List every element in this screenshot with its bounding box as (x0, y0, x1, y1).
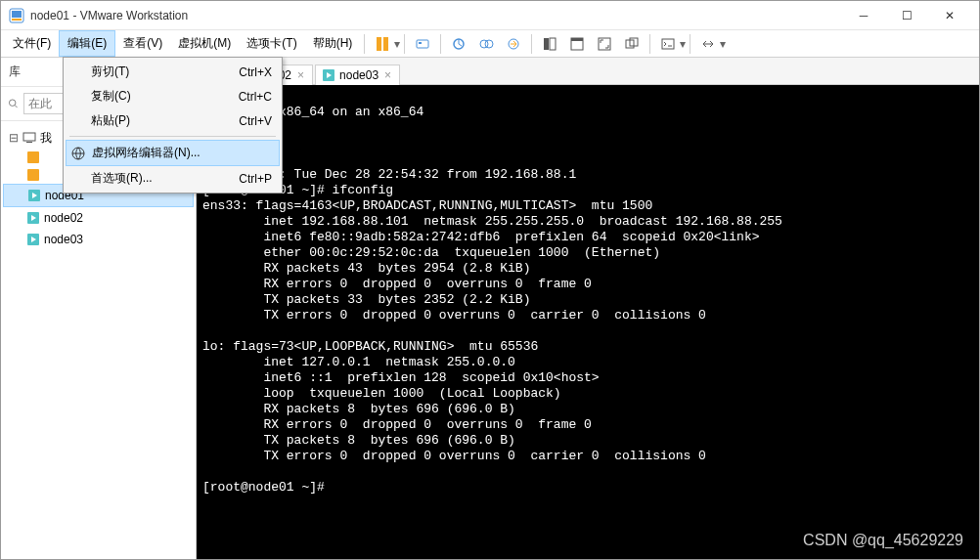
edit-menu-dropdown: 剪切(T) Ctrl+X 复制(C) Ctrl+C 粘贴(P) Ctrl+V 虚… (63, 57, 283, 194)
svg-rect-20 (27, 151, 39, 163)
pause-button[interactable] (371, 32, 394, 56)
snapshot-icon[interactable] (447, 32, 470, 56)
vm-running-icon (26, 233, 40, 246)
menu-item-label: 粘贴(P) (91, 112, 130, 129)
dropdown-caret-icon[interactable]: ▾ (680, 37, 686, 51)
close-button[interactable]: ✕ (928, 1, 971, 30)
svg-rect-18 (23, 133, 35, 141)
svg-rect-4 (419, 42, 422, 44)
menu-separator (69, 136, 276, 137)
menu-item-label: 剪切(T) (91, 64, 129, 80)
menu-item-copy[interactable]: 复制(C) Ctrl+C (66, 84, 280, 108)
tab-close-icon[interactable]: × (295, 68, 306, 82)
vm-running-icon (322, 68, 335, 82)
svg-rect-19 (26, 142, 32, 143)
toolbar-separator (404, 34, 405, 54)
single-view-icon[interactable] (565, 32, 589, 56)
vmware-icon (9, 8, 24, 23)
svg-rect-21 (27, 169, 39, 181)
vm-running-icon (27, 189, 41, 202)
menu-vm[interactable]: 虚拟机(M) (170, 31, 239, 56)
snapshot-manager-icon[interactable] (474, 32, 498, 56)
tree-root-label: 我 (40, 129, 52, 147)
revert-snapshot-icon[interactable] (502, 32, 525, 56)
menu-item-shortcut: Ctrl+V (239, 114, 272, 128)
stretch-icon[interactable] (696, 32, 720, 56)
tree-node-node03[interactable]: node03 (3, 229, 194, 250)
svg-rect-12 (571, 38, 583, 41)
menu-item-shortcut: Ctrl+P (239, 172, 272, 186)
menu-file[interactable]: 文件(F) (5, 31, 59, 56)
menu-tabs[interactable]: 选项卡(T) (239, 31, 304, 56)
window-title: node01 - VMware Workstation (30, 9, 842, 22)
unity-icon[interactable] (620, 32, 644, 56)
thumbnail-view-icon[interactable] (538, 32, 561, 56)
menu-edit[interactable]: 编辑(E) (59, 30, 115, 57)
svg-rect-16 (662, 39, 674, 49)
svg-rect-9 (544, 38, 549, 50)
terminal-output[interactable]: : 7 (Core) 0-957.el7.x86_64 on an x86_64… (197, 85, 979, 559)
menubar: 文件(F) 编辑(E) 查看(V) 虚拟机(M) 选项卡(T) 帮助(H) ▾ … (1, 30, 979, 58)
vm-running-icon (26, 211, 40, 225)
vm-icon (26, 151, 40, 164)
tab-strip: node02 × node03 × (197, 58, 979, 85)
menu-item-label: 复制(C) (91, 88, 131, 105)
toolbar-separator (649, 34, 650, 54)
collapse-icon[interactable]: ⊟ (9, 129, 19, 147)
fullscreen-icon[interactable] (593, 32, 616, 56)
console-icon[interactable] (656, 32, 680, 56)
svg-rect-13 (599, 38, 610, 50)
tree-node-node02[interactable]: node02 (3, 207, 194, 229)
menu-help[interactable]: 帮助(H) (305, 31, 361, 56)
main-area: node02 × node03 × : 7 (Core) 0-957.el7.x… (197, 58, 979, 559)
dropdown-caret-icon[interactable]: ▾ (394, 37, 400, 51)
globe-icon (70, 146, 86, 161)
menu-item-paste[interactable]: 粘贴(P) Ctrl+V (66, 108, 280, 133)
svg-rect-10 (550, 38, 556, 50)
svg-point-7 (485, 40, 493, 48)
menu-view[interactable]: 查看(V) (115, 31, 170, 56)
menu-item-preferences[interactable]: 首选项(R)... Ctrl+P (66, 166, 280, 191)
send-ctrl-alt-del-icon[interactable] (411, 32, 434, 56)
toolbar-separator (690, 34, 690, 54)
minimize-button[interactable]: ─ (842, 1, 885, 30)
menu-item-label: 首选项(R)... (91, 170, 153, 187)
svg-rect-2 (12, 19, 22, 21)
menu-item-label: 虚拟网络编辑器(N)... (92, 145, 200, 161)
toolbar-separator (440, 34, 441, 54)
titlebar: node01 - VMware Workstation ─ ☐ ✕ (1, 1, 979, 30)
search-icon (7, 97, 20, 110)
computer-icon (22, 131, 36, 145)
tab-node03[interactable]: node03 × (315, 65, 400, 85)
menu-item-cut[interactable]: 剪切(T) Ctrl+X (66, 60, 280, 84)
tree-node-label: node02 (44, 209, 83, 227)
menu-item-shortcut: Ctrl+X (239, 65, 272, 79)
tree-node-label: node03 (44, 231, 83, 248)
menu-item-virtual-network-editor[interactable]: 虚拟网络编辑器(N)... (66, 140, 280, 166)
toolbar-separator (531, 34, 532, 54)
toolbar-separator (364, 34, 365, 54)
dropdown-caret-icon[interactable]: ▾ (720, 37, 726, 51)
tab-label: node03 (339, 68, 379, 82)
svg-point-17 (9, 100, 16, 107)
library-label: 库 (9, 64, 21, 80)
vm-icon (26, 168, 40, 182)
maximize-button[interactable]: ☐ (885, 1, 928, 30)
svg-rect-3 (417, 40, 428, 48)
svg-rect-1 (12, 11, 22, 18)
tab-close-icon[interactable]: × (382, 68, 393, 82)
menu-item-shortcut: Ctrl+C (239, 90, 272, 104)
